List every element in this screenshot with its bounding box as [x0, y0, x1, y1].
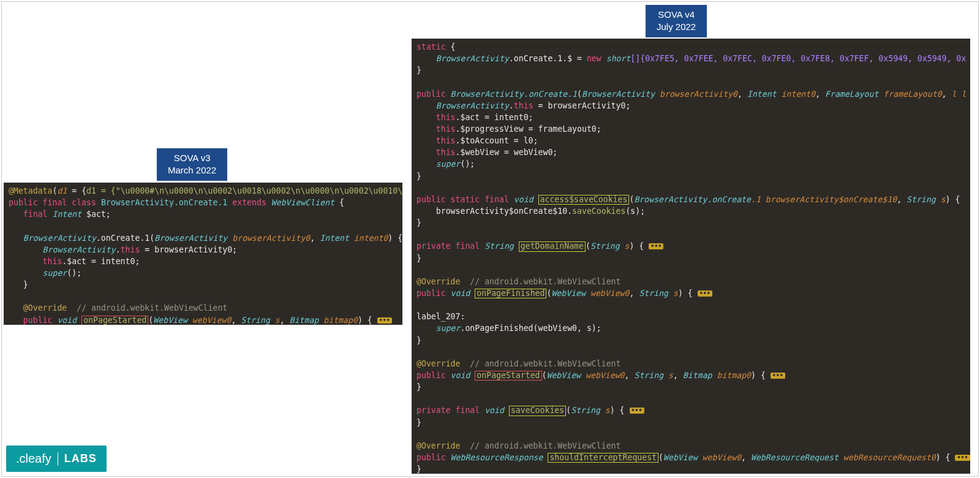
t: public	[417, 89, 446, 99]
t: saveCookies	[572, 207, 625, 216]
t: Intent	[52, 210, 81, 219]
t: short	[606, 54, 631, 63]
t: static	[417, 42, 446, 51]
t: webView0	[703, 453, 742, 462]
t: webView0	[586, 371, 625, 380]
t: public	[417, 371, 446, 380]
t: this	[43, 257, 62, 266]
t: // android.webkit.WebViewClient	[470, 359, 620, 368]
t: // android.webkit.WebViewClient	[470, 277, 620, 286]
t: webView0	[192, 316, 232, 325]
t: // android.webkit.WebViewClient	[77, 303, 227, 313]
t: .$act = intent0;	[62, 257, 140, 266]
t: s	[625, 241, 630, 251]
t: shouldInterceptRequest	[549, 453, 657, 462]
fold-icon: •••	[630, 408, 644, 414]
t: Intent	[320, 233, 349, 243]
t: l l	[952, 89, 967, 99]
highlight-shouldInterceptRequest: shouldInterceptRequest	[548, 453, 658, 463]
code-block-v3: @Metadata(d1 = {d1 = {"\u0000#\n\u0000\n…	[4, 183, 402, 325]
t: @Override	[23, 303, 67, 313]
t: onPageStarted	[83, 316, 146, 325]
cleafy-labs-badge: .cleafy LABS	[6, 446, 107, 472]
t: webResourceRequest0	[843, 453, 936, 462]
badge-brand: .cleafy	[16, 452, 51, 466]
t: s	[673, 289, 678, 298]
t: WebResourceRequest	[751, 453, 839, 462]
code-block-v4: static { BrowserActivity.onCreate.1.$ = …	[412, 39, 970, 474]
t: browserActivity$onCreate$10.	[436, 207, 572, 216]
t: final	[23, 210, 48, 219]
t: private final	[417, 241, 480, 251]
t: public	[23, 316, 53, 325]
fold-icon: •••	[955, 455, 970, 461]
t: BrowserActivity	[154, 233, 227, 243]
t: BrowserActivity	[43, 245, 116, 254]
t: WebView	[546, 371, 581, 380]
t: frameLayout0	[883, 89, 941, 99]
t: @Override	[417, 359, 460, 368]
t: .onCreate.1(	[96, 233, 154, 243]
highlight-onPageFinished: onPageFinished	[475, 289, 546, 299]
t: Intent	[747, 89, 777, 99]
t: .1 browserActivity$onCreate$10	[751, 195, 897, 204]
t: String	[634, 371, 663, 380]
t: .$webView = webView0;	[456, 148, 558, 157]
t: String	[484, 241, 514, 251]
t: BrowserActivity	[23, 233, 96, 243]
t: this	[436, 148, 456, 157]
badge-divider	[58, 452, 58, 466]
t: $act	[86, 210, 106, 219]
highlight-saveCookies: saveCookies	[509, 406, 566, 416]
t: bitmap0	[323, 316, 358, 325]
t: onPageFinished	[477, 289, 545, 298]
t: browserActivity0	[660, 89, 737, 99]
label-sova-v3: SOVA v3 March 2022	[157, 148, 227, 181]
t: void	[451, 289, 470, 298]
t: public final class	[9, 198, 96, 207]
t: super	[43, 268, 67, 278]
t: BrowserActivity	[436, 101, 509, 110]
t: extends	[232, 198, 266, 207]
t: new	[587, 54, 601, 63]
t: String	[907, 195, 936, 204]
t: private final	[417, 406, 480, 415]
t: WebViewClient	[271, 198, 334, 207]
t: FrameLayout	[825, 89, 878, 99]
t: String	[571, 406, 600, 415]
t: this	[436, 136, 456, 145]
t: super	[436, 324, 461, 333]
label-left-title: SOVA v3	[168, 152, 216, 164]
t: BrowserActivity.onCreate.1	[101, 198, 227, 207]
t: String	[241, 316, 270, 325]
t: WebView	[153, 316, 187, 325]
t: public	[417, 453, 446, 462]
t: WebView	[663, 453, 698, 462]
fold-icon: •••	[649, 243, 663, 249]
t: void	[451, 371, 470, 380]
t: // android.webkit.WebViewClient	[470, 441, 620, 450]
t: this	[436, 124, 456, 134]
t: getDomainName	[521, 241, 584, 251]
highlight-onPageStarted-v3: onPageStarted	[81, 316, 148, 325]
highlight-getDomainName: getDomainName	[519, 241, 586, 252]
t: saveCookies	[511, 406, 564, 415]
t: s	[941, 195, 946, 204]
t: this	[514, 101, 533, 110]
t: webView0	[590, 289, 630, 298]
t: void	[514, 195, 533, 204]
t: Bitmap	[290, 316, 319, 325]
t: @Override	[417, 441, 460, 450]
t: WebResourceResponse	[451, 453, 543, 462]
fold-icon: •••	[771, 373, 785, 379]
t: BrowserActivity.onCreate	[634, 195, 751, 204]
t: .$progressView = frameLayout0;	[456, 124, 601, 134]
t: public static final	[417, 195, 509, 204]
t: this	[121, 245, 140, 254]
t: d1	[57, 186, 67, 195]
t: d1 = {"\u0000#\n\u0000\n\u0002\u0018\u00…	[86, 186, 402, 195]
t: @Metadata	[9, 186, 52, 195]
t: WebView	[551, 289, 586, 298]
t: s	[275, 316, 280, 325]
t: intent0	[354, 233, 388, 243]
